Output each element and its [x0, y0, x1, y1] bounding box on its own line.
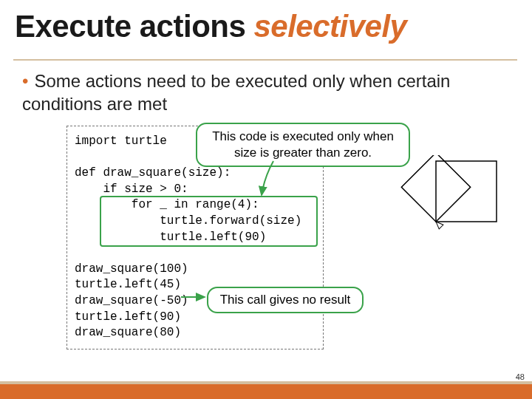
footer-bar	[0, 384, 532, 399]
arrow-bottom	[180, 290, 209, 304]
title-emph: selectively	[253, 9, 406, 44]
arrow-top	[259, 160, 288, 197]
page-number: 48	[516, 372, 525, 381]
slide: Execute actions selectively Some actions…	[0, 0, 532, 399]
title-main: Execute actions	[15, 9, 253, 44]
bullet-text: Some actions need to be executed only wh…	[22, 69, 502, 115]
callout-bottom: This call gives no result	[207, 287, 364, 313]
callout-bottom-text: This call gives no result	[220, 293, 351, 307]
highlight-loop-block	[100, 196, 318, 247]
title-rule	[13, 59, 517, 61]
slide-title: Execute actions selectively	[15, 9, 406, 44]
turtle-output	[362, 155, 510, 273]
